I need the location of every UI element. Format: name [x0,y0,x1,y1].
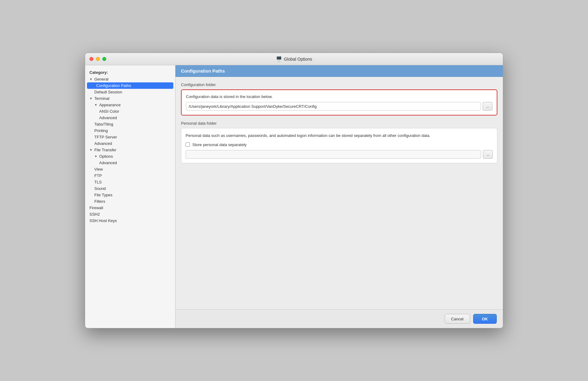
sidebar-item-terminal-advanced2[interactable]: Advanced [85,140,175,147]
sidebar-item-sound[interactable]: Sound [85,185,175,192]
config-folder-label: Configuration folder [181,82,497,87]
content-header: Configuration Paths [175,65,503,77]
store-separately-label: Store personal data separately [192,142,247,147]
sidebar-label-options: Options [99,154,113,159]
sidebar-item-ssh2[interactable]: SSH2 [85,211,175,217]
dialog-footer: Cancel OK [175,309,503,328]
sidebar-label-configuration-paths: Configuration Paths [96,83,131,88]
expand-triangle: ▼ [94,103,97,107]
sidebar-item-tabs-tiling[interactable]: Tabs/Tiling [85,121,175,127]
personal-browse-button[interactable]: ... [483,150,493,159]
sidebar-item-firewall[interactable]: Firewall [85,205,175,211]
config-path-row: ... [186,102,492,111]
close-button[interactable] [89,57,93,61]
sidebar-label-general: General [94,77,108,81]
window-title: 🖥️ Global Options [276,56,312,62]
sidebar-label-firewall: Firewall [89,206,103,210]
window-title-text: Global Options [284,57,312,62]
expand-triangle: ▼ [89,77,92,81]
sidebar-item-view[interactable]: View [85,166,175,172]
sidebar-label-sound: Sound [94,186,106,191]
sidebar-label-options-advanced: Advanced [99,160,117,165]
sidebar-label-tabs-tiling: Tabs/Tiling [94,122,113,126]
sidebar-label-file-transfer: File Transfer [94,148,116,152]
expand-triangle: ▼ [89,148,92,152]
sidebar-label-printing: Printing [94,128,108,133]
sidebar-label-tftp-server: TFTP Server [94,135,117,139]
sidebar-item-tls[interactable]: TLS [85,179,175,185]
sidebar-label-default-session: Default Session [94,90,122,94]
sidebar-item-terminal[interactable]: ▼ Terminal [85,95,175,102]
personal-data-section: Personal data such as usernames, passwor… [181,128,497,163]
maximize-button[interactable] [102,57,106,61]
sidebar-item-options-advanced[interactable]: Advanced [85,160,175,166]
config-browse-button[interactable]: ... [483,102,492,111]
sidebar-label-ansi-color: ANSI Color [99,109,119,114]
sidebar-label-terminal-advanced2: Advanced [94,141,112,146]
sidebar-item-ssh-host-keys[interactable]: SSH Host Keys [85,217,175,224]
sidebar-label-ssh2: SSH2 [89,212,100,217]
main-content: Configuration Paths Configuration folder… [175,65,503,328]
window-controls [89,57,106,61]
personal-path-input[interactable] [186,150,481,159]
sidebar-item-tftp-server[interactable]: TFTP Server [85,134,175,140]
sidebar-item-terminal-advanced[interactable]: Advanced [85,115,175,121]
sidebar-label-filters: Filters [94,199,105,204]
sidebar-item-appearance[interactable]: ▼ Appearance [85,102,175,108]
sidebar-item-file-transfer[interactable]: ▼ File Transfer [85,147,175,153]
sidebar-label-ftp: FTP [94,173,102,178]
content-body: Configuration folder Configuration data … [175,77,503,309]
content-header-title: Configuration Paths [181,68,497,74]
personal-folder-label: Personal data folder [181,121,497,126]
personal-path-row: ... [186,150,493,159]
sidebar-item-filters[interactable]: Filters [85,198,175,205]
sidebar-item-file-types[interactable]: File Types [85,192,175,198]
expand-triangle: ▼ [94,155,97,158]
sidebar-label-tls: TLS [94,180,102,184]
sidebar-label-file-types: File Types [94,193,112,197]
sidebar: Category: ▼ General Configuration Paths … [85,65,175,328]
config-folder-box: Configuration data is stored in the loca… [181,89,497,115]
sidebar-item-options[interactable]: ▼ Options [85,153,175,160]
global-options-window: 🖥️ Global Options Category: ▼ General Co… [85,53,503,328]
store-separately-checkbox[interactable] [186,142,190,147]
store-separately-row: Store personal data separately [186,142,493,147]
window-body: Category: ▼ General Configuration Paths … [85,65,503,328]
cancel-button[interactable]: Cancel [445,314,470,324]
window-icon: 🖥️ [276,56,282,62]
sidebar-label-view: View [94,167,103,172]
sidebar-label-appearance: Appearance [99,103,121,107]
config-path-input[interactable] [186,102,481,111]
sidebar-item-ansi-color[interactable]: ANSI Color [85,108,175,115]
sidebar-item-general[interactable]: ▼ General [85,76,175,82]
titlebar: 🖥️ Global Options [85,53,503,65]
sidebar-label-terminal-advanced: Advanced [99,115,117,120]
sidebar-item-printing[interactable]: Printing [85,127,175,134]
expand-triangle: ▼ [89,97,92,100]
sidebar-item-default-session[interactable]: Default Session [85,89,175,95]
sidebar-item-ftp[interactable]: FTP [85,172,175,179]
personal-description-text: Personal data such as usernames, passwor… [186,133,493,139]
sidebar-item-configuration-paths[interactable]: Configuration Paths [87,82,173,89]
minimize-button[interactable] [96,57,100,61]
sidebar-label-ssh-host-keys: SSH Host Keys [89,218,117,223]
category-label: Category: [85,68,175,76]
config-notice-text: Configuration data is stored in the loca… [186,94,492,99]
ok-button[interactable]: OK [473,314,497,324]
sidebar-label-terminal: Terminal [94,96,109,101]
